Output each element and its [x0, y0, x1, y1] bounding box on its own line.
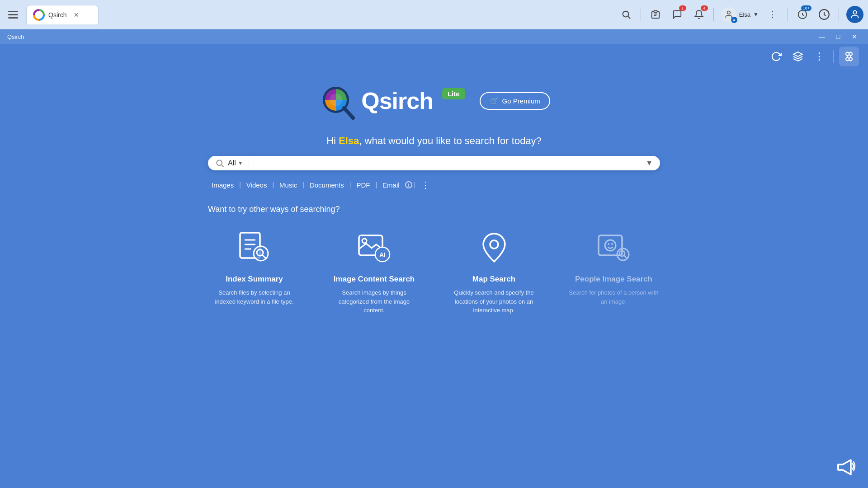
more-filters-button[interactable]: ⋮ [417, 178, 434, 192]
svg-point-5 [727, 11, 730, 14]
bell-badge: 4 [701, 5, 708, 11]
search-icon-button[interactable] [619, 7, 633, 22]
svg-text:AI: AI [379, 251, 386, 258]
people-image-search-icon [594, 227, 634, 267]
message-badge: 1 [679, 5, 686, 11]
filter-tabs: Images | Videos | Music | Documents | PD… [208, 178, 660, 192]
try-card-people-image-search[interactable]: People Image Search Search for photos of… [567, 227, 660, 315]
greeting-username: Elsa [339, 135, 359, 146]
app-toolbar: ⋮ [0, 44, 868, 69]
index-summary-desc: Search files by selecting an indexed key… [208, 288, 301, 306]
people-image-search-desc: Search for photos of a person with an im… [567, 288, 660, 306]
close-button[interactable]: ✕ [848, 32, 861, 42]
layers-icon-button[interactable] [790, 48, 806, 65]
try-card-map-search[interactable]: Map Search Quickly search and specify th… [448, 227, 540, 315]
greeting-prefix: Hi [326, 135, 339, 146]
index-summary-icon [234, 227, 275, 267]
refresh-icon-button[interactable] [768, 48, 784, 65]
svg-line-1 [628, 17, 630, 19]
title-bar-left: Qsirch ✕ [5, 5, 619, 24]
search-filter-label: All [228, 159, 236, 167]
user-name-label: Elsa [739, 11, 750, 18]
maximize-button[interactable]: □ [832, 32, 844, 42]
image-content-search-title: Image Content Search [334, 275, 415, 284]
try-heading: Want to try other ways of searching? [208, 205, 660, 214]
hamburger-menu-button[interactable] [5, 7, 22, 22]
try-card-index-summary[interactable]: Index Summary Search files by selecting … [208, 227, 301, 315]
notification-bell-button[interactable]: 4 [692, 7, 706, 22]
filter-tab-email[interactable]: Email i [379, 179, 412, 191]
filter-tab-email-label: Email [379, 179, 403, 191]
app-toolbar-divider [833, 50, 834, 63]
image-content-search-icon: AI [354, 227, 395, 267]
greeting-suffix: , what would you like to search for toda… [359, 135, 542, 146]
divider-3 [788, 8, 788, 21]
user-profile-button[interactable] [846, 6, 863, 23]
avatar: ★ [721, 7, 736, 22]
search-filter-dropdown[interactable]: All ▼ [228, 159, 249, 167]
try-card-image-content-search[interactable]: AI Image Content Search Search images by… [328, 227, 420, 315]
message-icon-button[interactable]: 1 [670, 7, 684, 22]
divider-2 [713, 8, 714, 21]
window-title-label: Qsirch [7, 33, 24, 40]
divider-1 [641, 8, 641, 21]
search-filter-chevron: ▼ [238, 160, 243, 166]
logo-section: Qsirch Lite 🛒 Go Premium [318, 83, 550, 119]
svg-point-18 [330, 94, 342, 106]
try-cards: Index Summary Search files by selecting … [208, 227, 660, 315]
filter-tab-documents[interactable]: Documents [306, 179, 348, 191]
browser-tab[interactable]: Qsirch ✕ [26, 5, 99, 24]
app-name-label: Qsirch [361, 87, 433, 114]
svg-point-8 [853, 11, 856, 14]
announcement-button[interactable] [834, 455, 857, 479]
user-dropdown-chevron[interactable]: ▼ [753, 11, 759, 18]
search-bar: All ▼ ▼ [208, 156, 660, 170]
more-options-button[interactable]: ⋮ [766, 7, 780, 22]
tab-close-button[interactable]: ✕ [74, 11, 79, 19]
divider-4 [839, 8, 839, 21]
svg-line-21 [222, 165, 223, 167]
image-content-search-desc: Search images by things categorized from… [328, 288, 420, 315]
map-search-desc: Quickly search and specify the locations… [448, 288, 540, 315]
svg-line-40 [624, 255, 626, 258]
kebab-menu-button[interactable]: ⋮ [811, 48, 828, 65]
filter-tab-pdf[interactable]: PDF [353, 179, 373, 191]
map-search-icon [474, 227, 514, 267]
search-icon [215, 159, 224, 168]
svg-rect-34 [599, 235, 622, 255]
filter-tab-images[interactable]: Images [208, 179, 237, 191]
minimize-button[interactable]: — [816, 32, 828, 42]
filter-tab-music[interactable]: Music [276, 179, 301, 191]
extensions-badge: 10+ [801, 5, 811, 11]
clock-icon-button[interactable] [817, 7, 831, 22]
clipboard-icon-button[interactable] [648, 7, 663, 22]
svg-point-13 [849, 57, 852, 61]
premium-btn-label: Go Premium [502, 97, 540, 105]
svg-line-19 [344, 108, 353, 118]
lite-badge: Lite [442, 88, 465, 99]
tab-logo-icon [33, 9, 45, 21]
tab-title-label: Qsirch [48, 11, 66, 19]
try-section: Want to try other ways of searching? [208, 205, 660, 315]
svg-point-11 [849, 52, 852, 55]
greeting-text: Hi Elsa, what would you like to search f… [326, 135, 542, 147]
svg-point-33 [490, 240, 498, 249]
svg-marker-9 [793, 52, 802, 56]
extensions-button[interactable]: 10+ [795, 7, 810, 22]
svg-point-30 [362, 239, 367, 243]
svg-point-35 [605, 240, 616, 251]
title-bar-right: 1 4 ★ Elsa ▼ ⋮ [619, 6, 863, 23]
email-info-icon[interactable]: i [405, 181, 412, 188]
svg-point-10 [846, 52, 849, 55]
search-options-dropdown-button[interactable]: ▼ [646, 159, 653, 167]
go-premium-button[interactable]: 🛒 Go Premium [480, 92, 550, 110]
svg-point-12 [846, 57, 849, 61]
main-content: Qsirch Lite 🛒 Go Premium Hi Elsa, what w… [0, 69, 868, 328]
svg-point-20 [217, 160, 222, 165]
window-controls: — □ ✕ [816, 32, 861, 42]
search-input[interactable] [255, 160, 646, 167]
filter-tab-videos[interactable]: Videos [243, 179, 271, 191]
user-star-badge: ★ [731, 17, 737, 23]
group-icon-button[interactable] [839, 47, 859, 66]
user-menu[interactable]: ★ Elsa ▼ [721, 7, 759, 22]
